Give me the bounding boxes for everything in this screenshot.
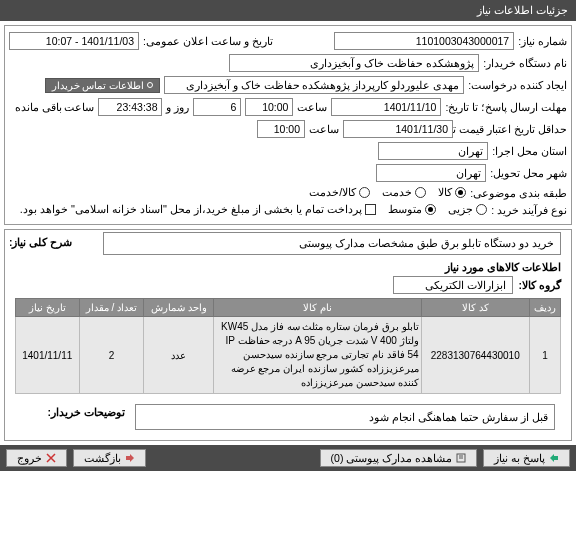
- exec-addr-field: تهران: [378, 142, 488, 160]
- subject-text: خرید دو دستگاه تابلو برق طبق مشخصات مدار…: [103, 232, 561, 255]
- buyer-label: نام دستگاه خریدار:: [483, 57, 567, 69]
- radio-icon: [425, 204, 436, 215]
- class-label: طبقه بندی موضوعی:: [470, 187, 567, 199]
- remain-suffix: ساعت باقی مانده: [15, 101, 95, 113]
- day-and-label: روز و: [166, 101, 189, 113]
- radio-goods-service[interactable]: کالا/خدمت: [309, 186, 370, 199]
- back-button[interactable]: بازگشت: [73, 449, 146, 467]
- radio-medium-label: متوسط: [388, 203, 422, 216]
- radio-goods[interactable]: کالا: [438, 186, 466, 199]
- radio-service-label: خدمت: [382, 186, 412, 199]
- back-icon: [125, 453, 135, 463]
- buyer-note-label: توضیحات خریدار:: [48, 400, 125, 418]
- process-label: نوع فرآیند خرید :: [491, 204, 567, 216]
- buyer-field: پژوهشکده حفاظت خاک و آبخیزداری: [229, 54, 479, 72]
- contact-info-label: اطلاعات تماس خریدار: [52, 80, 145, 91]
- reply-label: پاسخ به نیاز: [494, 452, 545, 464]
- deadline-date-field: 1401/11/10: [331, 98, 441, 116]
- subject-panel: شرح کلی نیاز: خرید دو دستگاه تابلو برق ط…: [4, 229, 572, 441]
- announce-label: تاریخ و ساعت اعلان عمومی:: [143, 35, 273, 47]
- details-panel: شماره نیاز: 1101003043000017 تاریخ و ساع…: [4, 25, 572, 225]
- docs-button[interactable]: مشاهده مدارک پیوستی (0): [320, 449, 478, 467]
- buyer-note-text: قبل از سفارش حتما هماهنگی انجام شود: [135, 404, 555, 430]
- cell-unit: عدد: [144, 317, 214, 394]
- footer-bar: پاسخ به نیاز مشاهده مدارک پیوستی (0) باز…: [0, 445, 576, 471]
- col-name: نام کالا: [214, 299, 421, 317]
- info-icon: [147, 82, 153, 88]
- reply-icon: [549, 453, 559, 463]
- reply-button[interactable]: پاسخ به نیاز: [483, 449, 570, 467]
- radio-goods-label: کالا: [438, 186, 452, 199]
- deadline-label: مهلت ارسال پاسخ؛ تا تاریخ:: [445, 101, 567, 113]
- group-field: ابزارالات الکتریکی: [393, 276, 513, 294]
- remain-time-field: 23:43:38: [98, 98, 162, 116]
- exit-icon: [46, 453, 56, 463]
- cell-code: 2283130764430010: [421, 317, 529, 394]
- exit-button[interactable]: خروج: [6, 449, 67, 467]
- deadline-hour-field: 10:00: [245, 98, 293, 116]
- back-label: بازگشت: [84, 452, 121, 464]
- checkbox-icon: [365, 204, 376, 215]
- radio-icon: [476, 204, 487, 215]
- deliver-city-field: تهران: [376, 164, 486, 182]
- radio-medium[interactable]: متوسط: [388, 203, 436, 216]
- goods-table: ردیف کد کالا نام کالا واحد شمارش تعداد /…: [15, 298, 561, 394]
- table-header-row: ردیف کد کالا نام کالا واحد شمارش تعداد /…: [16, 299, 561, 317]
- deliver-city-label: شهر محل تحویل:: [490, 167, 567, 179]
- radio-small-label: جزیی: [448, 203, 473, 216]
- col-row: ردیف: [529, 299, 560, 317]
- col-qty: تعداد / مقدار: [79, 299, 144, 317]
- goods-section-title: اطلاعات کالاهای مورد نیاز: [15, 261, 561, 274]
- radio-icon: [359, 187, 370, 198]
- subject-label: شرح کلی نیاز:: [9, 236, 72, 248]
- remain-days-field: 6: [193, 98, 241, 116]
- announce-field: 1401/11/03 - 10:07: [9, 32, 139, 50]
- docs-icon: [456, 453, 466, 463]
- validity-date-field: 1401/11/30: [343, 120, 453, 138]
- col-unit: واحد شمارش: [144, 299, 214, 317]
- radio-service[interactable]: خدمت: [382, 186, 426, 199]
- cell-qty: 2: [79, 317, 144, 394]
- col-code: کد کالا: [421, 299, 529, 317]
- page-title-bar: جزئیات اطلاعات نیاز: [0, 0, 576, 21]
- payment-note[interactable]: پرداخت تمام یا بخشی از مبلغ خرید،از محل …: [20, 203, 377, 216]
- radio-small[interactable]: جزیی: [448, 203, 487, 216]
- creator-field: مهدی علیوردلو کارپرداز پژوهشکده حفاظت خا…: [164, 76, 464, 94]
- exec-addr-label: استان محل اجرا:: [492, 145, 567, 157]
- cell-row: 1: [529, 317, 560, 394]
- hour-label-1: ساعت: [297, 101, 327, 113]
- group-label: گروه کالا:: [519, 279, 561, 291]
- radio-goods-service-label: کالا/خدمت: [309, 186, 356, 199]
- validity-label: حداقل تاریخ اعتبار قیمت تا تاریخ:: [457, 123, 567, 135]
- cell-name: تابلو برق فرمان ستاره مثلث سه فاز مدل KW…: [214, 317, 421, 394]
- payment-note-label: پرداخت تمام یا بخشی از مبلغ خرید،از محل …: [20, 203, 363, 216]
- table-row: 1 2283130764430010 تابلو برق فرمان ستاره…: [16, 317, 561, 394]
- hour-label-2: ساعت: [309, 123, 339, 135]
- cell-date: 1401/11/11: [16, 317, 80, 394]
- radio-icon: [415, 187, 426, 198]
- need-no-field: 1101003043000017: [334, 32, 514, 50]
- radio-icon: [455, 187, 466, 198]
- exit-label: خروج: [17, 452, 42, 464]
- validity-hour-field: 10:00: [257, 120, 305, 138]
- docs-label: مشاهده مدارک پیوستی (0): [331, 452, 453, 464]
- page-title: جزئیات اطلاعات نیاز: [477, 4, 568, 16]
- creator-label: ایجاد کننده درخواست:: [468, 79, 567, 91]
- contact-info-button[interactable]: اطلاعات تماس خریدار: [45, 78, 161, 93]
- need-no-label: شماره نیاز:: [518, 35, 567, 47]
- col-date: تاریخ نیاز: [16, 299, 80, 317]
